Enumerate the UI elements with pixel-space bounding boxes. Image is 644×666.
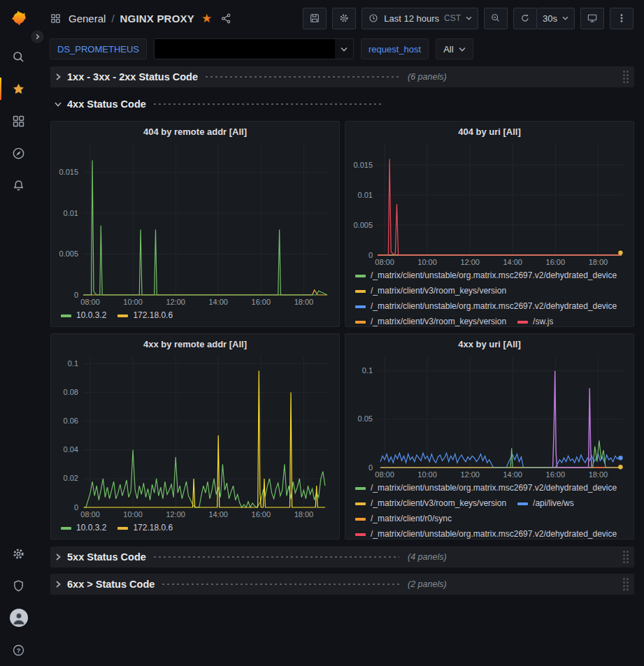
- grafana-logo[interactable]: [9, 8, 28, 29]
- zoom-out-time-button[interactable]: [484, 8, 508, 29]
- sidebar-item-help[interactable]: ?: [0, 634, 37, 666]
- sidebar-item-alerting[interactable]: [0, 169, 37, 201]
- legend-item[interactable]: /api/live/ws: [517, 497, 574, 510]
- legend-item[interactable]: /_matrix/client/unstable/org.matrix.msc2…: [355, 300, 617, 313]
- gear-icon: [11, 546, 26, 561]
- sidebar-toggle-button[interactable]: [30, 29, 45, 44]
- svg-text:0.01: 0.01: [64, 209, 78, 217]
- legend-item[interactable]: /_matrix/client/v3/room_keys/version: [355, 315, 506, 326]
- refresh-interval-picker[interactable]: 30s: [537, 8, 575, 29]
- svg-text:0.1: 0.1: [68, 359, 78, 368]
- panel-title[interactable]: 404 by remote addr [All]: [51, 122, 339, 138]
- variables-row: DS_PROMETHEUS request_host All: [37, 36, 644, 66]
- sidebar-item-starred[interactable]: [0, 73, 37, 105]
- compass-icon: [11, 146, 26, 161]
- legend-item[interactable]: /_matrix/client/unstable/org.matrix.msc2…: [355, 528, 617, 539]
- chart-svg: 00.050.108:0010:0012:0014:0016:0018:00: [345, 351, 634, 480]
- sidebar-item-explore[interactable]: [0, 137, 37, 169]
- row-title: 1xx - 3xx - 2xx Status Code: [67, 71, 198, 82]
- row-title: 5xx Status Code: [67, 551, 146, 563]
- panel-chart[interactable]: 00.0050.010.01508:0010:0012:0014:0016:00…: [345, 138, 634, 268]
- svg-text:0.06: 0.06: [64, 417, 78, 425]
- refresh-group: 30s: [513, 8, 575, 29]
- row-main: 6xx > Status Code: [54, 579, 399, 591]
- legend-item[interactable]: /_matrix/client/v3/room_keys/version: [355, 284, 506, 298]
- legend-swatch: [355, 487, 366, 490]
- datasource-variable-select[interactable]: [154, 38, 354, 59]
- svg-text:18:00: 18:00: [589, 470, 608, 479]
- panel-chart[interactable]: 00.020.040.060.080.108:0010:0012:0014:00…: [51, 351, 339, 520]
- breadcrumb-section[interactable]: General: [69, 13, 106, 24]
- panel-title[interactable]: 4xx by uri [All]: [345, 334, 634, 351]
- legend-item[interactable]: 172.18.0.6: [117, 521, 173, 535]
- dotted-leader: [161, 579, 399, 586]
- sidebar-item-dashboards[interactable]: [0, 105, 37, 137]
- legend-item[interactable]: 10.0.3.2: [61, 309, 106, 322]
- legend-item[interactable]: /_matrix/client/unstable/org.matrix.msc2…: [355, 269, 617, 282]
- breadcrumb: General / NGINX PROXY: [69, 13, 194, 24]
- row-drag-handle[interactable]: [623, 71, 629, 83]
- kebab-menu-button[interactable]: [610, 8, 634, 29]
- sidebar: ?: [0, 0, 37, 666]
- favorite-star-icon[interactable]: ★: [200, 13, 213, 24]
- legend-item[interactable]: /_matrix/client/unstable/org.matrix.msc2…: [355, 482, 617, 495]
- share-button[interactable]: [219, 13, 234, 24]
- row-header-1xx-3xx-2xx[interactable]: 1xx - 3xx - 2xx Status Code (6 panels): [50, 66, 634, 87]
- panel-title[interactable]: 404 by uri [All]: [345, 122, 634, 138]
- tv-mode-button[interactable]: [580, 8, 604, 29]
- row-panel-count: (4 panels): [408, 552, 447, 562]
- chevron-right-icon: [54, 580, 62, 588]
- legend-item[interactable]: 10.0.3.2: [61, 521, 106, 535]
- chevron-down-icon: [459, 47, 466, 52]
- sidebar-item-profile[interactable]: [0, 602, 37, 634]
- panel-legend: 10.0.3.2172.18.0.6: [51, 307, 339, 326]
- svg-text:0.08: 0.08: [64, 388, 78, 396]
- row-header-6xx[interactable]: 6xx > Status Code (2 panels): [50, 574, 634, 595]
- dashboard-settings-button[interactable]: [332, 8, 356, 29]
- legend-label: /_matrix/client/v3/room_keys/version: [371, 315, 506, 326]
- panel-chart[interactable]: 00.050.108:0010:0012:0014:0016:0018:00: [345, 351, 634, 480]
- svg-text:0.015: 0.015: [353, 161, 373, 169]
- row-drag-handle[interactable]: [623, 551, 629, 563]
- row-header-4xx[interactable]: 4xx Status Code: [50, 94, 634, 115]
- refresh-interval-label: 30s: [543, 13, 557, 24]
- svg-text:0: 0: [368, 463, 373, 472]
- row-header-5xx[interactable]: 5xx Status Code (4 panels): [50, 546, 634, 567]
- panel-chart[interactable]: 00.0050.010.01508:0010:0012:0014:0016:00…: [51, 138, 339, 307]
- request-host-variable-label[interactable]: request_host: [361, 38, 429, 59]
- svg-text:14:00: 14:00: [503, 470, 522, 479]
- svg-text:12:00: 12:00: [166, 510, 185, 519]
- legend-item[interactable]: 172.18.0.6: [117, 309, 173, 322]
- row-panel-count: (6 panels): [408, 72, 447, 82]
- panel-title[interactable]: 4xx by remote addr [All]: [51, 334, 339, 351]
- legend-item[interactable]: /sw.js: [517, 315, 553, 326]
- datasource-value-redacted: [155, 39, 335, 59]
- grafana-flame-icon: [9, 8, 28, 27]
- legend-swatch: [117, 314, 128, 317]
- row-drag-handle[interactable]: [623, 578, 629, 591]
- time-range-picker[interactable]: Last 12 hours CST: [362, 8, 478, 29]
- request-host-variable-select[interactable]: All: [436, 38, 473, 59]
- datasource-variable-label[interactable]: DS_PROMETHEUS: [50, 38, 147, 59]
- svg-text:0.01: 0.01: [358, 191, 373, 199]
- save-dashboard-button[interactable]: [303, 8, 327, 29]
- legend-item[interactable]: /_matrix/client/v3/room_keys/version: [355, 497, 506, 510]
- refresh-button[interactable]: [513, 8, 537, 29]
- panel-legend: 10.0.3.2172.18.0.6: [51, 520, 339, 539]
- panel-4xx-by-remote-addr: 4xx by remote addr [All] 00.020.040.060.…: [50, 333, 340, 540]
- svg-text:12:00: 12:00: [460, 470, 480, 479]
- legend-swatch: [355, 305, 366, 308]
- grafana-app: ? General / NGINX PROXY ★: [0, 0, 644, 666]
- row-main: 5xx Status Code: [54, 551, 399, 563]
- dashboard-title[interactable]: NGINX PROXY: [120, 13, 194, 24]
- sidebar-item-server-admin[interactable]: [0, 570, 37, 602]
- legend-swatch: [517, 502, 528, 505]
- sidebar-item-configuration[interactable]: [0, 537, 37, 570]
- svg-text:18:00: 18:00: [589, 258, 608, 266]
- legend-item[interactable]: /_matrix/client/r0/sync: [355, 512, 452, 526]
- panel-404-by-remote-addr: 404 by remote addr [All] 00.0050.010.015…: [50, 121, 340, 327]
- svg-text:10:00: 10:00: [417, 258, 437, 266]
- sidebar-item-search[interactable]: [0, 41, 37, 73]
- legend-label: 172.18.0.6: [133, 521, 173, 535]
- legend-swatch: [517, 321, 528, 324]
